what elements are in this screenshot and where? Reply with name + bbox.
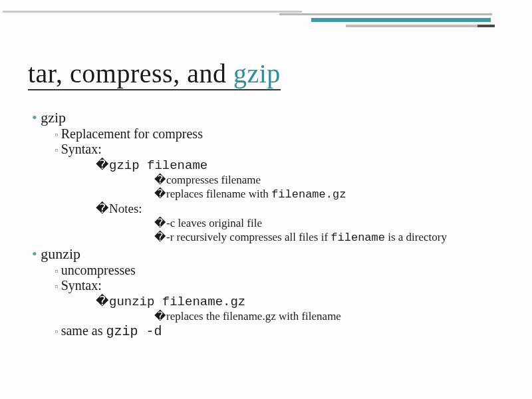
bullet-list: gzip Replacement for compress Syntax: gz… bbox=[32, 109, 505, 339]
title-accent: gzip bbox=[233, 59, 281, 88]
gunzip-same-as: same as gzip -d bbox=[55, 323, 505, 339]
decor-stripe bbox=[3, 11, 302, 13]
bullet-gunzip: gunzip uncompresses Syntax: gunzip filen… bbox=[32, 245, 505, 339]
decor-stripe bbox=[279, 13, 492, 15]
notes-label: Notes: bbox=[109, 201, 142, 215]
syntax-label: Syntax: bbox=[61, 278, 102, 293]
decor-stripe bbox=[477, 25, 495, 27]
gzip-cmd-detail: compresses filename bbox=[154, 173, 505, 187]
gzip-cmd-text: gzip filename bbox=[109, 158, 207, 173]
gzip-notes: Notes: -c leaves original file -r recurs… bbox=[96, 201, 505, 244]
gunzip-cmd-text: gunzip filename.gz bbox=[109, 295, 245, 309]
title-plain: tar, compress, and bbox=[28, 59, 233, 88]
gzip-heading: gzip bbox=[41, 109, 66, 126]
gzip-syntax: Syntax: gzip filename compresses filenam… bbox=[55, 142, 505, 244]
filename: filename bbox=[331, 231, 385, 244]
decor-stripe bbox=[311, 18, 491, 22]
slide-title: tar, compress, and gzip bbox=[28, 60, 505, 90]
filename-gz: filename.gz bbox=[271, 188, 346, 201]
syntax-label: Syntax: bbox=[61, 142, 102, 156]
bullet-gzip: gzip Replacement for compress Syntax: gz… bbox=[32, 109, 505, 244]
decor-stripe bbox=[346, 25, 491, 27]
note-r: -r recursively compresses all files if f… bbox=[154, 230, 505, 244]
gzip-cmd-detail: replaces filename with filename.gz bbox=[154, 187, 505, 201]
gunzip-cmd-detail: replaces the filename.gz with filename bbox=[154, 309, 505, 323]
text: replaces filename with bbox=[166, 188, 271, 200]
note-c: -c leaves original file bbox=[154, 216, 505, 230]
slide-content: tar, compress, and gzip gzip Replacement… bbox=[28, 60, 505, 340]
text: same as bbox=[61, 323, 106, 338]
gzip-replacement: Replacement for compress bbox=[55, 126, 505, 142]
gunzip-syntax: Syntax: gunzip filename.gz replaces the … bbox=[55, 278, 505, 323]
slide: tar, compress, and gzip gzip Replacement… bbox=[0, 0, 532, 399]
gzip-d: gzip -d bbox=[106, 324, 162, 339]
gunzip-cmd: gunzip filename.gz replaces the filename… bbox=[96, 293, 505, 323]
text: is a directory bbox=[385, 231, 447, 243]
gunzip-heading: gunzip bbox=[41, 245, 80, 262]
gzip-cmd: gzip filename compresses filename replac… bbox=[96, 157, 505, 201]
gunzip-uncompresses: uncompresses bbox=[55, 263, 505, 278]
text: -r recursively compresses all files if bbox=[166, 231, 331, 243]
